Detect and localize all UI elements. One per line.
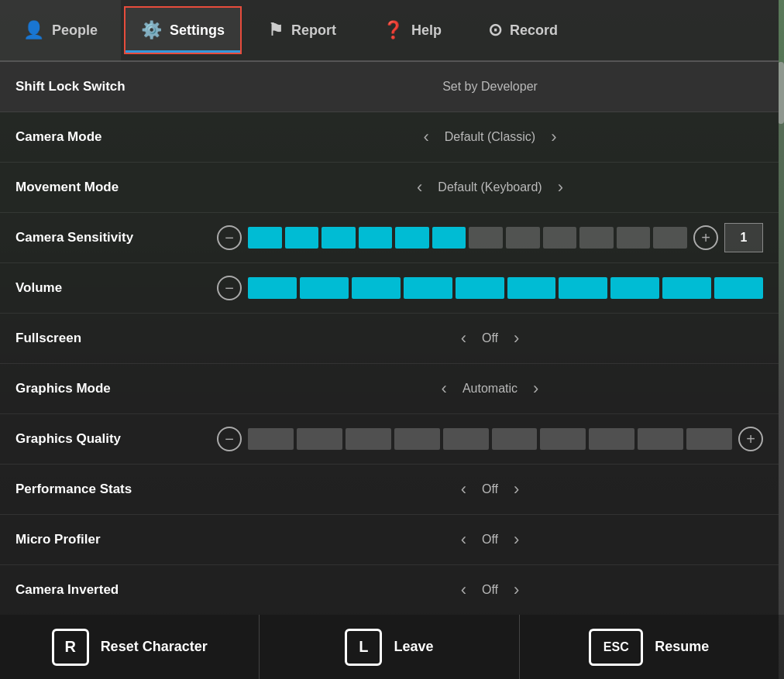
seg-12[interactable]	[653, 227, 687, 249]
seg-6[interactable]	[432, 227, 466, 249]
camera-inverted-value: Off	[482, 583, 498, 597]
setting-row-camera-sensitivity: Camera Sensitivity − +	[0, 213, 779, 263]
fullscreen-label: Fullscreen	[15, 331, 217, 346]
vseg-1[interactable]	[248, 277, 297, 299]
nav-label-settings: Settings	[170, 22, 225, 39]
nav-item-settings[interactable]: ⚙️ Settings	[124, 6, 242, 54]
vseg-7[interactable]	[559, 277, 607, 299]
gqseg-3[interactable]	[346, 428, 391, 450]
performance-stats-value-area: ‹ Off ›	[217, 475, 763, 503]
gqseg-4[interactable]	[394, 428, 440, 450]
nav-item-people[interactable]: 👤 People	[0, 0, 121, 60]
micro-profiler-next[interactable]: ›	[506, 526, 527, 554]
vseg-4[interactable]	[404, 277, 452, 299]
vseg-2[interactable]	[300, 277, 349, 299]
fullscreen-next[interactable]: ›	[506, 324, 527, 352]
nav-label-people: People	[52, 22, 98, 39]
gqseg-9[interactable]	[638, 428, 683, 450]
leave-key-label: L	[359, 638, 368, 656]
seg-1[interactable]	[248, 227, 282, 249]
performance-stats-label: Performance Stats	[15, 482, 217, 497]
performance-stats-prev[interactable]: ‹	[453, 475, 474, 503]
camera-sensitivity-minus[interactable]: −	[217, 225, 242, 250]
vseg-5[interactable]	[456, 277, 504, 299]
performance-stats-next[interactable]: ›	[506, 475, 527, 503]
camera-inverted-value-area: ‹ Off ›	[217, 576, 763, 604]
seg-3[interactable]	[322, 227, 356, 249]
setting-row-graphics-quality: Graphics Quality − +	[0, 414, 779, 465]
settings-icon: ⚙️	[141, 20, 162, 40]
camera-mode-label: Camera Mode	[15, 129, 217, 145]
graphics-mode-value-area: ‹ Automatic ›	[217, 375, 763, 403]
gqseg-7[interactable]	[540, 428, 586, 450]
graphics-quality-minus[interactable]: −	[217, 427, 242, 451]
movement-mode-label: Movement Mode	[15, 180, 217, 195]
gqseg-1[interactable]	[248, 428, 294, 450]
nav-item-record[interactable]: ⊙ Record	[465, 0, 581, 60]
vseg-6[interactable]	[507, 277, 556, 299]
nav-item-report[interactable]: ⚑ Report	[245, 0, 359, 60]
movement-mode-prev[interactable]: ‹	[409, 173, 430, 201]
record-icon: ⊙	[488, 20, 502, 40]
leave-button[interactable]: L Leave	[260, 615, 519, 679]
graphics-quality-slider: − +	[217, 427, 763, 451]
nav-label-record: Record	[510, 22, 558, 39]
vseg-8[interactable]	[610, 277, 659, 299]
fullscreen-prev[interactable]: ‹	[453, 324, 474, 352]
nav-bar: 👤 People ⚙️ Settings ⚑ Report ❓ Help ⊙ R…	[0, 0, 779, 62]
camera-inverted-next[interactable]: ›	[506, 576, 527, 604]
movement-mode-next[interactable]: ›	[550, 173, 571, 201]
gqseg-5[interactable]	[443, 428, 489, 450]
shift-lock-label: Shift Lock Switch	[15, 79, 217, 94]
nav-label-help: Help	[411, 22, 442, 39]
camera-mode-prev[interactable]: ‹	[415, 123, 436, 151]
graphics-mode-value: Automatic	[462, 382, 518, 396]
vseg-3[interactable]	[352, 277, 401, 299]
seg-8[interactable]	[506, 227, 540, 249]
seg-10[interactable]	[579, 227, 614, 249]
reset-character-button[interactable]: R Reset Character	[0, 615, 260, 679]
scrollbar-thumb[interactable]	[778, 62, 784, 124]
graphics-mode-next[interactable]: ›	[525, 375, 546, 403]
setting-row-micro-profiler: Micro Profiler ‹ Off ›	[0, 515, 779, 565]
resume-button-label: Resume	[655, 639, 709, 655]
leave-button-label: Leave	[394, 639, 433, 655]
ui-container: 👤 People ⚙️ Settings ⚑ Report ❓ Help ⊙ R…	[0, 0, 779, 679]
gqseg-2[interactable]	[297, 428, 342, 450]
fullscreen-value-area: ‹ Off ›	[217, 324, 763, 352]
setting-row-volume: Volume −	[0, 263, 779, 314]
graphics-mode-prev[interactable]: ‹	[434, 375, 455, 403]
seg-5[interactable]	[395, 227, 429, 249]
setting-row-graphics-mode: Graphics Mode ‹ Automatic ›	[0, 364, 779, 414]
resume-key-label: ESC	[603, 640, 629, 654]
seg-7[interactable]	[469, 227, 503, 249]
settings-panel: Shift Lock Switch Set by Developer Camer…	[0, 62, 779, 615]
graphics-quality-plus[interactable]: +	[738, 427, 763, 451]
gqseg-10[interactable]	[686, 428, 732, 450]
people-icon: 👤	[23, 20, 44, 40]
seg-4[interactable]	[359, 227, 393, 249]
gqseg-6[interactable]	[492, 428, 538, 450]
vseg-10[interactable]	[714, 277, 763, 299]
nav-item-help[interactable]: ❓ Help	[359, 0, 465, 60]
camera-sensitivity-slider: − +	[217, 223, 763, 252]
gqseg-8[interactable]	[589, 428, 634, 450]
resume-button[interactable]: ESC Resume	[520, 615, 779, 679]
graphics-quality-track	[248, 428, 732, 450]
volume-minus[interactable]: −	[217, 276, 242, 300]
micro-profiler-value: Off	[482, 533, 498, 547]
vseg-9[interactable]	[662, 277, 711, 299]
help-icon: ❓	[383, 20, 404, 40]
camera-sensitivity-plus[interactable]: +	[693, 225, 718, 250]
seg-2[interactable]	[285, 227, 319, 249]
camera-inverted-prev[interactable]: ‹	[453, 576, 474, 604]
setting-row-shift-lock: Shift Lock Switch Set by Developer	[0, 62, 779, 112]
seg-11[interactable]	[617, 227, 651, 249]
scrollbar-track	[778, 62, 784, 615]
camera-sensitivity-input[interactable]	[724, 223, 763, 252]
micro-profiler-prev[interactable]: ‹	[453, 526, 474, 554]
camera-sensitivity-track	[248, 227, 687, 249]
camera-mode-next[interactable]: ›	[543, 123, 564, 151]
leave-key-badge: L	[345, 629, 382, 666]
seg-9[interactable]	[543, 227, 577, 249]
